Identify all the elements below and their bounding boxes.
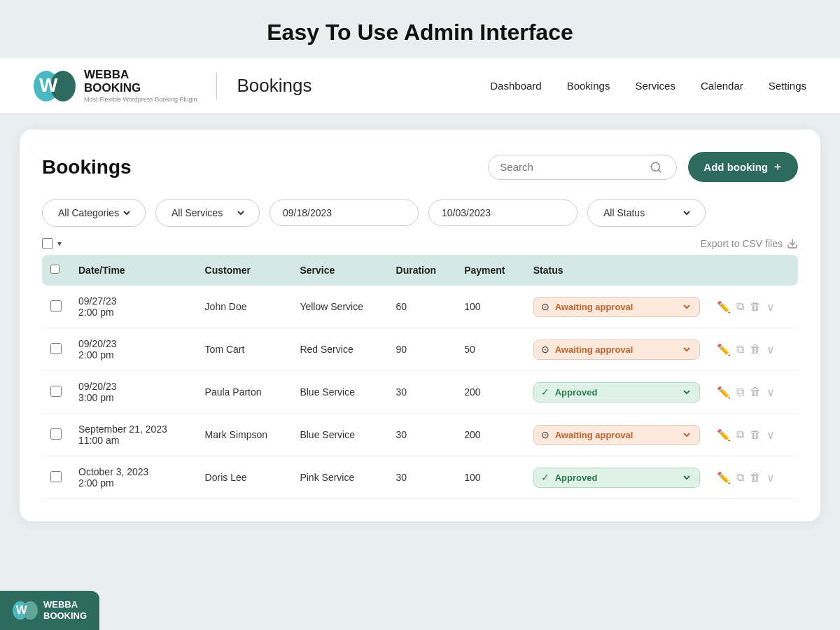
row-checkbox-5[interactable] — [50, 471, 62, 482]
brand-name: WEBBABOOKING — [84, 69, 197, 94]
filter-row: All Categories Category 1 Category 2 All… — [42, 199, 798, 227]
delete-icon-3[interactable]: 🗑 — [750, 386, 761, 398]
logo-text: WEBBABOOKING Most Flexible Wordpress Boo… — [84, 69, 197, 103]
bottom-logo-text: WEBBABOOKING — [43, 599, 87, 621]
nav-bar: W WEBBABOOKING Most Flexible Wordpress B… — [0, 58, 840, 114]
search-box[interactable] — [488, 155, 677, 180]
col-status: Status — [525, 255, 708, 286]
main-title: Easy To Use Admin Interface — [0, 20, 840, 46]
status-select-5[interactable]: Awaiting approval Approved Rejected — [552, 472, 692, 484]
export-csv-button[interactable]: Export to CSV files — [701, 238, 799, 249]
row-checkbox-4[interactable] — [50, 428, 62, 440]
nav-link-calendar[interactable]: Calendar — [701, 80, 743, 92]
svg-line-4 — [659, 169, 661, 172]
add-booking-button[interactable]: Add booking ＋ — [688, 152, 798, 182]
datetime-2: 09/20/232:00 pm — [70, 328, 197, 371]
status-cell-2[interactable]: ⊙ Awaiting approval Approved Rejected — [525, 328, 708, 371]
payment-4: 200 — [456, 414, 525, 456]
expand-icon-5[interactable]: ∨ — [766, 471, 775, 484]
categories-select[interactable]: All Categories Category 1 Category 2 — [55, 206, 132, 219]
col-actions — [708, 255, 798, 286]
brand-tagline: Most Flexible Wordpress Booking Plugin — [84, 96, 197, 103]
service-4: Blue Service — [291, 414, 387, 456]
nav-link-dashboard[interactable]: Dashboard — [490, 80, 541, 92]
delete-icon-4[interactable]: 🗑 — [750, 428, 761, 441]
expand-icon-2[interactable]: ∨ — [766, 343, 775, 356]
row-checkbox-1[interactable] — [50, 300, 62, 312]
svg-text:W: W — [16, 603, 27, 617]
date-to-input[interactable] — [442, 207, 564, 218]
row-actions-5: ✏️ ⧉ 🗑 ∨ — [717, 471, 790, 484]
table-row: 09/20/233:00 pm Paula Parton Blue Servic… — [42, 371, 798, 414]
status-icon-3: ✓ — [541, 386, 550, 398]
select-all-checkbox[interactable] — [42, 238, 53, 249]
status-dropdown-2[interactable]: ⊙ Awaiting approval Approved Rejected — [533, 340, 700, 360]
status-dropdown-3[interactable]: ✓ Awaiting approval Approved Rejected — [533, 382, 700, 402]
export-label: Export to CSV files — [701, 238, 783, 249]
chevron-down-icon[interactable]: ▾ — [57, 239, 62, 248]
datetime-3: 09/20/233:00 pm — [70, 371, 197, 414]
add-booking-label: Add booking — [704, 161, 768, 173]
status-dropdown-4[interactable]: ⊙ Awaiting approval Approved Rejected — [533, 425, 700, 445]
edit-icon-5[interactable]: ✏️ — [717, 471, 731, 484]
row-checkbox-2[interactable] — [50, 343, 62, 354]
row-checkbox-3[interactable] — [50, 386, 62, 397]
categories-filter[interactable]: All Categories Category 1 Category 2 — [42, 199, 146, 227]
section-separator — [0, 114, 840, 130]
bulk-checkbox-area[interactable]: ▾ — [42, 238, 62, 249]
customer-4: Mark Simpson — [197, 414, 292, 456]
status-select-1[interactable]: Awaiting approval Approved Rejected — [552, 301, 692, 313]
header-checkbox[interactable] — [50, 265, 59, 274]
copy-icon-2[interactable]: ⧉ — [736, 343, 744, 356]
edit-icon-4[interactable]: ✏️ — [717, 428, 731, 442]
service-5: Pink Service — [291, 456, 387, 499]
status-cell-1[interactable]: ⊙ Awaiting approval Approved Rejected — [525, 286, 708, 328]
edit-icon-2[interactable]: ✏️ — [717, 343, 731, 356]
datetime-4: September 21, 202311:00 am — [70, 414, 197, 456]
status-select[interactable]: All Status Awaiting approval Approved Re… — [601, 206, 692, 219]
duration-1: 60 — [388, 286, 456, 328]
status-cell-5[interactable]: ✓ Awaiting approval Approved Rejected — [525, 456, 708, 499]
services-filter[interactable]: All Services Yellow Service Red Service … — [155, 199, 260, 227]
status-cell-4[interactable]: ⊙ Awaiting approval Approved Rejected — [525, 414, 708, 456]
edit-icon-3[interactable]: ✏️ — [717, 386, 731, 399]
status-dropdown-5[interactable]: ✓ Awaiting approval Approved Rejected — [533, 468, 700, 488]
nav-link-services[interactable]: Services — [635, 80, 676, 92]
bookings-table: Date/Time Customer Service Duration Paym… — [42, 255, 798, 499]
actions-3: ✏️ ⧉ 🗑 ∨ — [708, 371, 798, 414]
date-from-input[interactable] — [283, 207, 405, 218]
services-select[interactable]: All Services Yellow Service Red Service … — [169, 206, 246, 219]
copy-icon-5[interactable]: ⧉ — [736, 471, 744, 484]
delete-icon-5[interactable]: 🗑 — [750, 471, 761, 484]
date-to-filter[interactable] — [428, 200, 578, 226]
expand-icon-1[interactable]: ∨ — [766, 300, 775, 314]
col-payment: Payment — [456, 255, 525, 286]
status-select-2[interactable]: Awaiting approval Approved Rejected — [552, 344, 692, 356]
copy-icon-4[interactable]: ⧉ — [736, 428, 744, 441]
table-header-row: Date/Time Customer Service Duration Paym… — [42, 255, 798, 286]
webba-logo-icon: W — [34, 68, 76, 104]
copy-icon-3[interactable]: ⧉ — [736, 386, 744, 398]
edit-icon-1[interactable]: ✏️ — [717, 300, 731, 314]
table-header: Date/Time Customer Service Duration Paym… — [42, 255, 798, 286]
copy-icon-1[interactable]: ⧉ — [736, 300, 744, 313]
actions-4: ✏️ ⧉ 🗑 ∨ — [708, 414, 798, 456]
date-from-filter[interactable] — [270, 200, 419, 226]
status-select-3[interactable]: Awaiting approval Approved Rejected — [552, 386, 692, 398]
nav-links: Dashboard Bookings Services Calendar Set… — [490, 80, 806, 92]
actions-1: ✏️ ⧉ 🗑 ∨ — [708, 286, 798, 328]
status-filter[interactable]: All Status Awaiting approval Approved Re… — [587, 199, 706, 227]
duration-2: 90 — [388, 328, 456, 371]
delete-icon-2[interactable]: 🗑 — [750, 343, 761, 356]
status-select-4[interactable]: Awaiting approval Approved Rejected — [552, 429, 692, 441]
datetime-1: 09/27/232:00 pm — [70, 286, 197, 328]
status-cell-3[interactable]: ✓ Awaiting approval Approved Rejected — [525, 371, 708, 414]
payment-2: 50 — [456, 328, 525, 371]
expand-icon-3[interactable]: ∨ — [766, 386, 775, 399]
search-input[interactable] — [500, 161, 647, 173]
status-dropdown-1[interactable]: ⊙ Awaiting approval Approved Rejected — [533, 297, 700, 317]
delete-icon-1[interactable]: 🗑 — [750, 300, 761, 313]
nav-link-settings[interactable]: Settings — [769, 80, 806, 92]
expand-icon-4[interactable]: ∨ — [766, 428, 775, 442]
nav-link-bookings[interactable]: Bookings — [567, 80, 610, 92]
